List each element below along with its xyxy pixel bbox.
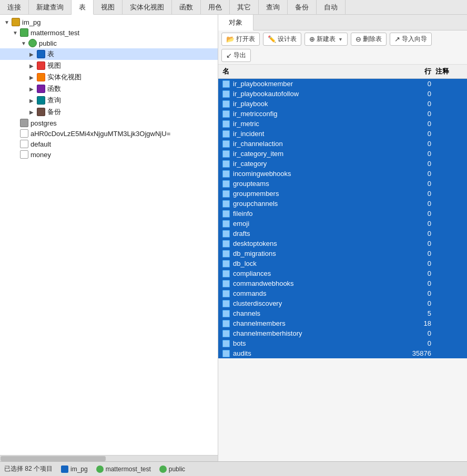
table-rows-cell: 0 [394, 190, 431, 198]
table-row-icon [222, 350, 230, 357]
table-name-cell: emoji [233, 220, 394, 227]
table-name-cell: incomingwebhooks [233, 170, 394, 178]
right-panel: 对象 📂 打开表 ✏️ 设计表 ⊕ 新建表 ▼ ⊖ [218, 15, 467, 461]
sidebar-label-backup-group: 备份 [47, 107, 61, 117]
sidebar-item-backup-group[interactable]: ▶ 备份 [0, 106, 218, 118]
table-header: 名 行 注释 [218, 65, 467, 79]
tab-matview[interactable]: 实体化视图 [123, 0, 172, 14]
table-name-cell: channelmemberhistory [233, 329, 394, 337]
sidebar-item-table-group[interactable]: ▶ 表 [0, 48, 218, 60]
table-rows-cell: 0 [394, 110, 431, 118]
table-row[interactable]: desktoptokens0 [218, 239, 467, 249]
db1-icon [61, 465, 68, 473]
delete-table-label: 删除表 [363, 35, 382, 44]
tab-func[interactable]: 函数 [172, 0, 201, 14]
arrow-table-group: ▶ [29, 51, 37, 57]
table-row[interactable]: clusterdiscovery0 [218, 298, 467, 308]
table-row-icon [222, 290, 230, 297]
sidebar-label-table-group: 表 [47, 49, 54, 59]
table-name-cell: ir_playbookautofollow [233, 90, 394, 98]
sidebar-item-mattermost-test[interactable]: ▼ mattermost_test [0, 27, 218, 38]
tab-backup[interactable]: 备份 [288, 0, 317, 14]
table-name-cell: ir_category_item [233, 150, 394, 158]
sidebar-item-postgres[interactable]: postgres [0, 118, 218, 128]
table-row[interactable]: commandwebhooks0 [218, 278, 467, 288]
object-tab-bar: 对象 [218, 15, 467, 30]
table-rows-cell: 5 [394, 309, 431, 317]
tab-view[interactable]: 视图 [94, 0, 123, 14]
table-row[interactable]: incomingwebhooks0 [218, 169, 467, 179]
sidebar-label-mattermost-test: mattermost_test [31, 29, 79, 37]
table-row[interactable]: bots0 [218, 338, 467, 348]
table-rows-cell: 0 [394, 120, 431, 128]
sidebar-label-public: public [39, 39, 57, 47]
design-table-button[interactable]: ✏️ 设计表 [263, 33, 301, 46]
sidebar-scrollbar-thumb[interactable] [1, 456, 106, 461]
table-row-icon [222, 230, 230, 237]
table-rows-cell: 0 [394, 260, 431, 267]
import-wizard-button[interactable]: ↗ 导入向导 [390, 33, 432, 46]
table-name-cell: channels [233, 309, 394, 317]
table-name-cell: desktoptokens [233, 240, 394, 247]
table-row[interactable]: db_lock0 [218, 258, 467, 268]
sidebar-label-func-group: 函数 [47, 84, 61, 94]
table-row[interactable]: audits35876 [218, 348, 467, 358]
table-row[interactable]: groupmembers0 [218, 189, 467, 199]
table-row[interactable]: ir_category0 [218, 159, 467, 169]
table-row-icon [222, 250, 230, 257]
table-row[interactable]: ir_playbook0 [218, 99, 467, 109]
open-table-button[interactable]: 📂 打开表 [221, 33, 260, 46]
table-row[interactable]: emoji0 [218, 219, 467, 229]
sidebar-item-view-group[interactable]: ▶ 视图 [0, 60, 218, 71]
table-rows-cell: 0 [394, 280, 431, 287]
table-row[interactable]: ir_incident0 [218, 129, 467, 139]
table-name-cell: compliances [233, 270, 394, 277]
table-name-cell: ir_category [233, 160, 394, 168]
sidebar-item-func-group[interactable]: ▶ 函数 [0, 83, 218, 95]
export-wizard-button[interactable]: ↙ 导出 [221, 49, 251, 62]
sidebar-item-public[interactable]: ▼ public [0, 38, 218, 48]
table-row[interactable]: ir_playbookmember0 [218, 79, 467, 89]
sidebar-scrollbar[interactable] [0, 455, 218, 461]
table-rows-cell: 0 [394, 299, 431, 307]
sidebar-item-matview-group[interactable]: ▶ 实体化视图 [0, 71, 218, 83]
new-table-label: 新建表 [317, 35, 336, 44]
table-row[interactable]: drafts0 [218, 229, 467, 239]
tab-connect[interactable]: 连接 [0, 0, 29, 14]
table-row[interactable]: db_migrations0 [218, 249, 467, 258]
table-row-icon [222, 270, 230, 277]
table-row[interactable]: commands0 [218, 288, 467, 298]
table-name-cell: ir_metric [233, 120, 394, 128]
sidebar-item-default[interactable]: default [0, 139, 218, 149]
table-rows-cell: 0 [394, 200, 431, 208]
tab-table[interactable]: 表 [72, 0, 94, 15]
table-row[interactable]: ir_playbookautofollow0 [218, 89, 467, 99]
col-header-rows: 行 [394, 67, 431, 76]
table-row[interactable]: groupteams0 [218, 179, 467, 189]
tab-query[interactable]: 查询 [259, 0, 288, 14]
new-table-button[interactable]: ⊕ 新建表 ▼ [304, 33, 348, 46]
table-row[interactable]: groupchannels0 [218, 199, 467, 209]
tab-new-query[interactable]: 新建查询 [29, 0, 72, 14]
tab-user[interactable]: 用色 [201, 0, 230, 14]
table-row[interactable]: fileinfo0 [218, 209, 467, 219]
table-row[interactable]: ir_category_item0 [218, 149, 467, 159]
table-row[interactable]: ir_channelaction0 [218, 139, 467, 149]
tab-other[interactable]: 其它 [230, 0, 259, 14]
sidebar-item-im-pg[interactable]: ▼ im_pg [0, 17, 218, 27]
table-row[interactable]: channelmemberhistory0 [218, 328, 467, 338]
table-rows-cell: 0 [394, 90, 431, 98]
view-icon [37, 61, 45, 70]
table-row[interactable]: channels5 [218, 308, 467, 318]
table-row[interactable]: ir_metric0 [218, 119, 467, 129]
sidebar-item-money[interactable]: money [0, 149, 218, 160]
delete-table-button[interactable]: ⊖ 删除表 [351, 33, 387, 46]
sidebar-item-query-group[interactable]: ▶ 查询 [0, 95, 218, 106]
table-name-cell: ir_incident [233, 130, 394, 138]
tab-auto[interactable]: 自动 [317, 0, 346, 14]
table-row[interactable]: ir_metricconfig0 [218, 109, 467, 119]
table-row[interactable]: channelmembers18 [218, 318, 467, 328]
sidebar-item-aHR0c[interactable]: aHR0cDovLzE5Mi4xNjguMTM3Ljk3OjgwNjU= [0, 128, 218, 139]
table-row[interactable]: compliances0 [218, 268, 467, 278]
tab-object[interactable]: 对象 [218, 15, 253, 30]
